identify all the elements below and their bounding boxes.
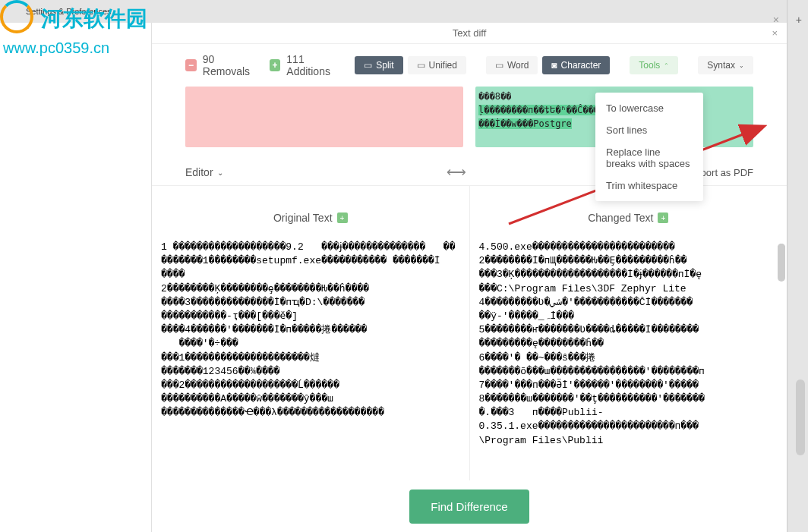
additions-stat: + 111 Additions bbox=[270, 53, 346, 77]
chevron-up-icon: ⌃ bbox=[664, 62, 669, 69]
tools-lowercase[interactable]: To lowercase bbox=[595, 97, 703, 119]
tab-close-icon[interactable]: × bbox=[772, 27, 778, 39]
syntax-button[interactable]: Syntax ⌄ bbox=[698, 56, 753, 74]
changed-scrollbar[interactable] bbox=[778, 244, 785, 271]
removed-preview bbox=[185, 87, 463, 147]
character-button[interactable]: ◙ Character bbox=[542, 56, 610, 74]
outer-scrollbar[interactable] bbox=[796, 379, 805, 455]
unified-button[interactable]: ▭ Unified bbox=[408, 56, 466, 74]
view-buttons: ▭ Split ▭ Unified ▭ Word ◙ Character Too… bbox=[355, 56, 753, 74]
chevron-down-icon: ⌄ bbox=[739, 62, 744, 69]
close-tab-icon[interactable]: × bbox=[773, 14, 779, 26]
word-button[interactable]: ▭ Word bbox=[486, 56, 538, 74]
add-icon[interactable]: + bbox=[658, 212, 668, 223]
find-difference-button[interactable]: Find Difference bbox=[409, 490, 529, 524]
tools-button[interactable]: Tools ⌃ bbox=[630, 56, 678, 74]
settings-preferences-menu[interactable]: Settings & Preferences bbox=[26, 7, 112, 16]
bottom-bar: Find Difference bbox=[152, 480, 787, 532]
stats-bar: − 90 Removals + 111 Additions ▭ Split ▭ … bbox=[152, 44, 787, 87]
tools-sort-lines[interactable]: Sort lines bbox=[595, 119, 703, 141]
tools-replace-breaks[interactable]: Replace line breaks with spaces bbox=[595, 141, 703, 175]
tools-trim-whitespace[interactable]: Trim whitespace bbox=[595, 175, 703, 197]
original-header: Original Text + bbox=[152, 186, 469, 235]
split-button[interactable]: ▭ Split bbox=[355, 56, 402, 74]
chevron-down-icon: ⌄ bbox=[217, 168, 223, 177]
editor-dropdown[interactable]: Editor ⌄ bbox=[185, 166, 223, 178]
tools-dropdown: To lowercase Sort lines Replace line bre… bbox=[595, 93, 703, 201]
minus-icon: − bbox=[185, 59, 197, 71]
main-content: Text diff × − 90 Removals + 111 Addition… bbox=[152, 23, 787, 532]
right-tab-strip: × + bbox=[787, 0, 808, 532]
plus-icon: + bbox=[270, 59, 281, 71]
swap-icon[interactable]: ⟷ bbox=[447, 164, 466, 181]
removals-stat: − 90 Removals bbox=[185, 53, 260, 77]
new-tab-icon[interactable]: + bbox=[796, 14, 802, 26]
left-sidebar bbox=[0, 23, 152, 532]
tab-title: Text diff bbox=[453, 27, 487, 39]
tab-header: Text diff × bbox=[152, 23, 787, 44]
add-icon[interactable]: + bbox=[337, 212, 348, 223]
top-menu-bar: Settings & Preferences bbox=[0, 0, 808, 23]
